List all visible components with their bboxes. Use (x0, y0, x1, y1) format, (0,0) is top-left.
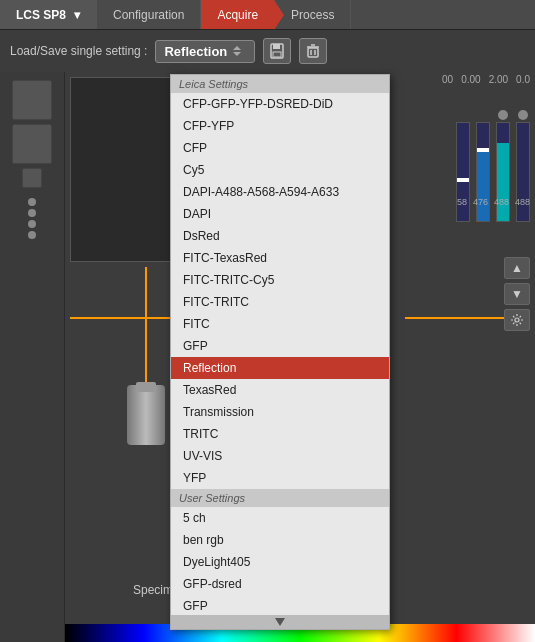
setting-dropdown-menu[interactable]: Leica Settings CFP-GFP-YFP-DSRED-DiD CFP… (170, 74, 390, 630)
dot-2 (28, 209, 36, 217)
menu-item-yfp[interactable]: YFP (171, 467, 389, 489)
menu-item-uv-vis[interactable]: UV-VIS (171, 445, 389, 467)
menu-item-fitc-tritc-cy5[interactable]: FITC-TRITC-Cy5 (171, 269, 389, 291)
loadsave-label: Load/Save single setting : (10, 44, 147, 58)
menu-item-gfp[interactable]: GFP (171, 335, 389, 357)
menu-item-dapi-a488[interactable]: DAPI-A488-A568-A594-A633 (171, 181, 389, 203)
menu-item-cy5[interactable]: Cy5 (171, 159, 389, 181)
slider-1-handle (457, 178, 469, 182)
channel-numbers: 00 0.00 2.00 0.0 (442, 74, 530, 85)
menu-item-reflection[interactable]: Reflection (171, 357, 389, 379)
slider-3[interactable] (496, 122, 510, 222)
dot-4 (28, 231, 36, 239)
slider-3-knob[interactable] (498, 110, 508, 120)
save-button[interactable] (263, 38, 291, 64)
menu-item-cfp-yfp[interactable]: CFP-YFP (171, 115, 389, 137)
beam-vertical (145, 267, 147, 387)
settings-icon-button[interactable] (504, 309, 530, 331)
slider-group-1 (456, 122, 470, 222)
leica-settings-header: Leica Settings (171, 75, 389, 93)
up-arrow-button[interactable]: ▲ (504, 257, 530, 279)
dot-group (28, 198, 36, 239)
down-arrow-button[interactable]: ▼ (504, 283, 530, 305)
slider-2-handle (477, 148, 489, 152)
menu-item-dsred[interactable]: DsRed (171, 225, 389, 247)
menu-item-dapi[interactable]: DAPI (171, 203, 389, 225)
user-settings-header: User Settings (171, 489, 389, 507)
objective-neck (136, 382, 156, 392)
top-navigation: LCS SP8 ▾ Configuration Acquire Process (0, 0, 535, 30)
menu-item-fitc[interactable]: FITC (171, 313, 389, 335)
lcs-label: LCS SP8 (16, 8, 66, 22)
menu-item-texasred[interactable]: TexasRed (171, 379, 389, 401)
svg-rect-1 (273, 44, 280, 49)
lcs-dropdown-icon[interactable]: ▾ (74, 8, 80, 22)
process-nav-item[interactable]: Process (275, 0, 351, 29)
dot-3 (28, 220, 36, 228)
menu-item-cfp[interactable]: CFP (171, 137, 389, 159)
setting-dropdown-button[interactable]: Reflection (155, 40, 255, 63)
scroll-down-button[interactable] (171, 615, 389, 629)
menu-item-tritc[interactable]: TRITC (171, 423, 389, 445)
slider-group-2 (476, 122, 490, 222)
arrow-down-icon (233, 52, 241, 56)
left-panel (0, 72, 65, 642)
loadsave-bar: Load/Save single setting : Reflection (0, 30, 535, 72)
slider-4[interactable] (516, 122, 530, 222)
left-btn-2[interactable] (12, 124, 52, 164)
objective-cylinder (127, 385, 165, 445)
configuration-nav-item[interactable]: Configuration (97, 0, 201, 29)
menu-item-fitc-tritc[interactable]: FITC-TRITC (171, 291, 389, 313)
acquire-nav-item[interactable]: Acquire (201, 0, 275, 29)
dot-1 (28, 198, 36, 206)
right-controls: ▲ ▼ (504, 257, 530, 331)
slider-4-knob[interactable] (518, 110, 528, 120)
delete-button[interactable] (299, 38, 327, 64)
menu-item-dyelight405[interactable]: DyeLight405 (171, 551, 389, 573)
menu-item-cfp-gfp-yfp-dsred-did[interactable]: CFP-GFP-YFP-DSRED-DiD (171, 93, 389, 115)
selected-setting-label: Reflection (164, 44, 227, 59)
svg-marker-9 (275, 618, 285, 626)
svg-rect-3 (308, 48, 318, 57)
arrow-up-icon (233, 46, 241, 50)
left-btn-1[interactable] (12, 80, 52, 120)
menu-item-5ch[interactable]: 5 ch (171, 507, 389, 529)
dropdown-arrow-icon (233, 46, 241, 56)
main-area: Load/Save single setting : Reflection (0, 30, 535, 642)
left-small-btn-1[interactable] (22, 168, 42, 188)
slider-2[interactable] (476, 122, 490, 222)
slider-labels: 58 476 488 488 (457, 197, 530, 207)
slider-1[interactable] (456, 122, 470, 222)
menu-item-gfp-dsred[interactable]: GFP-dsred (171, 573, 389, 595)
menu-item-gfp-user[interactable]: GFP (171, 595, 389, 615)
menu-item-fitc-texasred[interactable]: FITC-TexasRed (171, 247, 389, 269)
dropdown-scroll-area[interactable]: Leica Settings CFP-GFP-YFP-DSRED-DiD CFP… (171, 75, 389, 615)
menu-item-ben-rgb[interactable]: ben rgb (171, 529, 389, 551)
lcs-nav-item[interactable]: LCS SP8 ▾ (0, 0, 97, 29)
acquire-arrow (274, 0, 284, 30)
svg-rect-2 (273, 52, 281, 57)
svg-point-8 (515, 318, 519, 322)
menu-item-transmission[interactable]: Transmission (171, 401, 389, 423)
